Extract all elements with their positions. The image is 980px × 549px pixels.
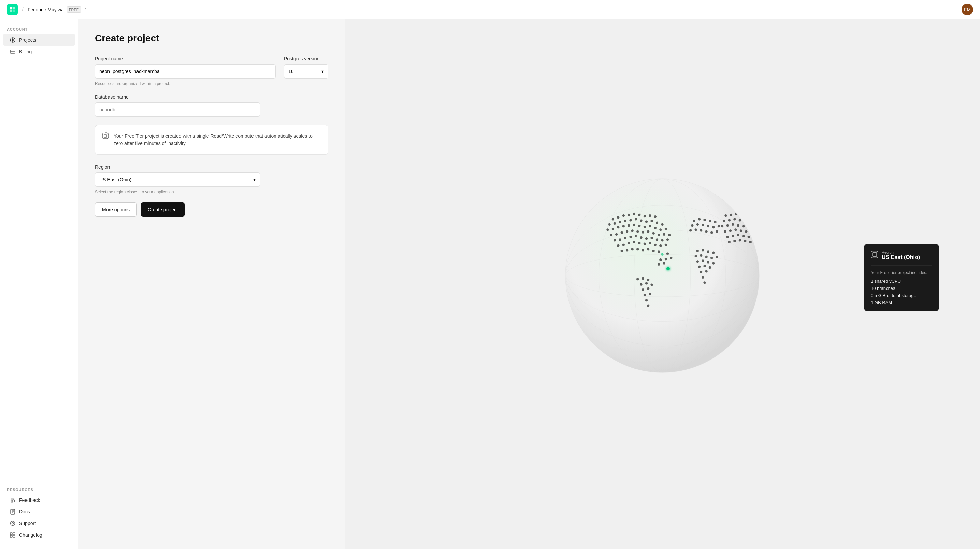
- feedback-label: Feedback: [19, 498, 40, 503]
- svg-point-65: [622, 225, 625, 227]
- svg-point-201: [753, 235, 755, 237]
- svg-point-142: [707, 225, 710, 227]
- sidebar-item-docs[interactable]: Docs: [3, 506, 75, 517]
- svg-point-84: [663, 233, 665, 236]
- more-options-button[interactable]: More options: [95, 203, 137, 217]
- svg-point-187: [748, 226, 750, 228]
- svg-point-118: [665, 258, 667, 260]
- svg-point-76: [621, 231, 623, 234]
- svg-point-5: [11, 39, 14, 41]
- postgres-version-group: Postgres version 16 ▾: [284, 56, 328, 86]
- svg-point-185: [737, 224, 740, 227]
- svg-point-120: [657, 263, 660, 266]
- svg-point-85: [668, 234, 670, 236]
- svg-point-144: [718, 225, 720, 227]
- svg-point-64: [617, 226, 619, 228]
- svg-point-101: [638, 242, 641, 244]
- project-name-label: Project name: [95, 56, 276, 61]
- svg-point-89: [629, 236, 632, 238]
- tooltip-features: 1 shared vCPU 10 branches 0.5 GiB of tot…: [871, 279, 932, 305]
- sidebar-item-support[interactable]: Support: [3, 517, 75, 529]
- svg-point-205: [744, 240, 746, 242]
- avatar[interactable]: FM: [962, 4, 973, 15]
- svg-point-61: [661, 223, 663, 226]
- svg-point-111: [642, 249, 644, 251]
- svg-point-70: [649, 225, 651, 227]
- svg-point-124: [647, 279, 649, 281]
- resources-section-label: RESOURCES: [0, 488, 78, 495]
- svg-rect-212: [871, 251, 878, 258]
- svg-point-52: [614, 222, 616, 225]
- svg-point-128: [642, 289, 644, 291]
- project-name-input[interactable]: [95, 64, 276, 78]
- button-row: More options Create project: [95, 203, 328, 217]
- sidebar-item-changelog[interactable]: Changelog: [3, 529, 75, 541]
- changelog-icon: [10, 532, 16, 538]
- svg-point-126: [645, 282, 648, 284]
- svg-point-68: [638, 225, 641, 227]
- svg-point-177: [728, 219, 730, 221]
- feedback-icon: [10, 497, 16, 503]
- svg-point-186: [742, 225, 745, 227]
- svg-rect-3: [13, 10, 15, 12]
- topbar: / Femi-ige Muyiwa FREE ⌃ FM: [0, 0, 980, 19]
- svg-rect-27: [104, 134, 107, 137]
- create-project-button[interactable]: Create project: [141, 203, 185, 217]
- svg-point-203: [733, 240, 736, 242]
- projects-icon: [10, 37, 16, 43]
- svg-point-161: [702, 260, 704, 262]
- neon-logo: [7, 4, 18, 15]
- svg-point-178: [733, 218, 736, 220]
- svg-rect-10: [10, 50, 15, 53]
- project-name-group: Project name Resources are organized wit…: [95, 56, 276, 86]
- feature-item: 0.5 GiB of total storage: [871, 293, 932, 298]
- database-name-input[interactable]: [95, 102, 260, 117]
- svg-point-43: [617, 216, 619, 219]
- billing-label: Billing: [19, 49, 32, 54]
- tooltip-server-icon: [871, 251, 878, 260]
- svg-point-113: [652, 250, 655, 252]
- svg-point-130: [644, 294, 646, 296]
- svg-point-103: [649, 242, 651, 244]
- svg-point-152: [702, 249, 704, 251]
- svg-point-131: [649, 293, 651, 295]
- svg-point-15: [13, 498, 14, 499]
- project-name-hint: Resources are organized within a project…: [95, 81, 276, 86]
- account-selector[interactable]: Femi-ige Muyiwa FREE ⌃: [28, 6, 88, 13]
- svg-point-169: [702, 276, 704, 279]
- tooltip-region-name: US East (Ohio): [882, 254, 920, 260]
- svg-rect-0: [10, 7, 12, 9]
- svg-point-129: [647, 287, 649, 290]
- postgres-version-select[interactable]: 16 ▾: [284, 64, 328, 78]
- svg-point-163: [712, 262, 714, 264]
- tooltip-header: Region US East (Ohio): [871, 250, 932, 260]
- svg-point-165: [703, 265, 706, 267]
- svg-point-54: [624, 220, 627, 222]
- changelog-label: Changelog: [19, 532, 42, 538]
- svg-point-92: [645, 237, 648, 240]
- region-tooltip: Region US East (Ohio) Your Free Tier pro…: [864, 244, 939, 311]
- svg-point-189: [724, 230, 726, 233]
- svg-point-192: [740, 230, 742, 232]
- svg-point-56: [635, 218, 637, 220]
- svg-point-190: [729, 230, 732, 232]
- postgres-version-value: 16: [288, 69, 294, 74]
- svg-point-121: [663, 262, 665, 264]
- sidebar-item-billing[interactable]: Billing: [3, 46, 75, 57]
- svg-point-125: [640, 283, 642, 286]
- svg-point-170: [703, 281, 706, 284]
- svg-point-51: [608, 223, 611, 226]
- svg-point-45: [627, 214, 630, 216]
- svg-point-157: [705, 256, 708, 258]
- feature-item: 1 GB RAM: [871, 300, 932, 305]
- info-box: Your Free Tier project is created with a…: [95, 125, 328, 155]
- sidebar-item-feedback[interactable]: Feedback: [3, 495, 75, 506]
- svg-point-197: [732, 235, 734, 237]
- svg-point-107: [621, 250, 623, 252]
- sidebar-item-projects[interactable]: Projects: [3, 34, 75, 46]
- svg-point-77: [626, 230, 628, 233]
- region-select[interactable]: US East (Ohio) ▾: [95, 172, 260, 187]
- main-content: Create project Project name Resources ar…: [78, 19, 980, 549]
- svg-point-195: [756, 230, 758, 233]
- svg-rect-25: [13, 535, 15, 538]
